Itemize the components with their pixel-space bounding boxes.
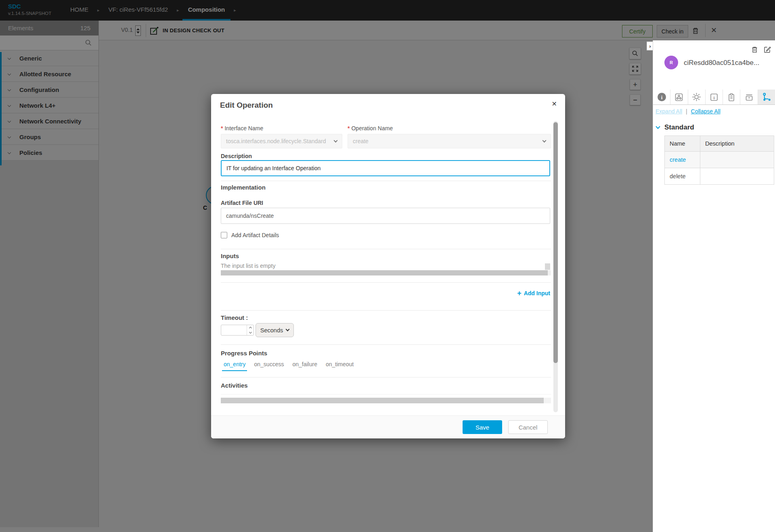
- label-text: Operation Name: [351, 125, 393, 131]
- panel-tabs: i i: [653, 90, 775, 105]
- table-row[interactable]: create: [665, 152, 774, 168]
- column-header-description: Description: [700, 136, 774, 152]
- stepper-up-icon[interactable]: [247, 325, 253, 330]
- chevron-down-icon: [286, 328, 290, 332]
- table-row[interactable]: delete: [665, 168, 774, 185]
- edit-operation-modal: Edit Operation ✕ *Interface Name *Operat…: [211, 94, 565, 438]
- divider: [221, 310, 551, 311]
- expand-all-link[interactable]: Expand All: [656, 108, 682, 115]
- operations-hierarchy-icon: [762, 92, 772, 102]
- divider: [221, 181, 551, 181]
- artifact-uri-label: Artifact File URI: [221, 200, 263, 206]
- table-header-row: Name Description: [665, 136, 774, 152]
- activities-hscrollbar[interactable]: [221, 398, 551, 403]
- divider: [221, 344, 551, 345]
- description-value: IT for updating an Interface Operation: [226, 165, 320, 171]
- stepper-down-icon[interactable]: [247, 330, 253, 336]
- tab-general-info[interactable]: i: [653, 90, 670, 104]
- modal-scrollbar[interactable]: [553, 121, 558, 412]
- divider: [221, 394, 551, 394]
- operation-description-cell: [700, 152, 774, 168]
- gear-icon: [691, 92, 702, 102]
- info-circle-icon: i: [657, 92, 667, 102]
- implementation-title: Implementation: [221, 184, 266, 191]
- operation-description-cell: [700, 168, 774, 185]
- timeout-label: Timeout :: [221, 314, 248, 321]
- close-icon[interactable]: ✕: [552, 100, 557, 108]
- divider: [221, 377, 551, 378]
- operation-name-cell[interactable]: delete: [665, 168, 700, 185]
- modal-footer: Save Cancel: [211, 415, 565, 438]
- tab-composition[interactable]: [670, 90, 688, 104]
- chevron-down-icon: [542, 138, 547, 142]
- checkbox-unchecked-icon[interactable]: [221, 232, 227, 238]
- panel-collapse-button[interactable]: ›: [647, 42, 653, 50]
- chevron-down-icon: [656, 124, 660, 129]
- operations-table: Name Description create delete: [664, 136, 774, 185]
- timeout-unit-select[interactable]: Seconds: [256, 323, 294, 337]
- save-button[interactable]: Save: [463, 420, 502, 434]
- composition-icon: [674, 92, 684, 102]
- inputs-title: Inputs: [221, 252, 239, 259]
- tab-information-artifacts[interactable]: i: [706, 90, 723, 104]
- inputs-hscrollbar-thumb[interactable]: [221, 270, 548, 275]
- inputs-hscrollbar[interactable]: [221, 270, 551, 275]
- chevron-down-icon: [334, 138, 338, 142]
- activities-hscrollbar-thumb[interactable]: [221, 398, 544, 403]
- add-artifact-details-checkbox-row[interactable]: Add Artifact Details: [221, 232, 279, 238]
- archive-icon: [744, 92, 754, 102]
- required-mark: *: [348, 125, 350, 131]
- description-label: Description: [221, 153, 252, 159]
- svg-text:i: i: [713, 95, 714, 100]
- info-square-icon: i: [709, 92, 719, 102]
- standard-section-header[interactable]: Standard: [656, 123, 694, 131]
- inputs-empty-message: The input list is empty: [221, 263, 275, 269]
- sdc-workspace: SDC v.1.14.5-SNAPSHOT HOME ▸ VF: ciRes-V…: [0, 0, 775, 532]
- tab-properties[interactable]: [688, 90, 706, 104]
- select-value: create: [353, 138, 369, 144]
- operation-name-label: *Operation Name: [348, 125, 393, 131]
- section-title: Standard: [664, 123, 694, 131]
- tab-on-entry[interactable]: on_entry: [222, 361, 247, 371]
- tab-deployment-artifacts[interactable]: [723, 90, 740, 104]
- activities-title: Activities: [221, 382, 248, 389]
- component-title: ciResdd80ac051ca4be...: [684, 59, 759, 67]
- select-value: tosca.interfaces.node.lifecycle.Standard: [226, 138, 326, 144]
- avatar: R: [664, 56, 678, 69]
- artifact-uri-value: camunda/nsCreate: [226, 213, 274, 219]
- modal-scrollbar-thumb[interactable]: [553, 122, 558, 363]
- progress-points-title: Progress Points: [221, 350, 267, 357]
- required-mark: *: [221, 125, 223, 131]
- clipboard-icon: [727, 92, 736, 102]
- divider: [221, 249, 551, 249]
- tab-on-timeout[interactable]: on_timeout: [324, 361, 355, 371]
- description-textarea[interactable]: IT for updating an Interface Operation: [221, 160, 550, 176]
- delete-icon[interactable]: [751, 46, 758, 55]
- tab-on-failure[interactable]: on_failure: [291, 361, 319, 371]
- cancel-button[interactable]: Cancel: [508, 420, 548, 434]
- edit-icon[interactable]: [764, 46, 771, 55]
- tab-operations[interactable]: [758, 90, 775, 104]
- timeout-number-input[interactable]: [221, 325, 254, 336]
- timeout-stepper: [247, 325, 253, 335]
- progress-points-tabs: on_entry on_success on_failure on_timeou…: [222, 361, 355, 371]
- tab-on-success[interactable]: on_success: [252, 361, 285, 371]
- divider: [221, 282, 551, 283]
- operation-name-cell[interactable]: create: [665, 152, 700, 168]
- link-separator: |: [686, 108, 687, 115]
- inputs-vscroll-stub: [545, 263, 550, 270]
- add-input-button[interactable]: + Add Input: [517, 290, 550, 297]
- detail-panel: R ciResdd80ac051ca4be... i i: [653, 40, 775, 532]
- operation-name-select[interactable]: create: [348, 134, 551, 148]
- artifact-uri-input[interactable]: camunda/nsCreate: [221, 208, 550, 224]
- collapse-all-link[interactable]: Collapse All: [691, 108, 721, 115]
- tree-controls: Expand All | Collapse All: [656, 108, 721, 115]
- modal-content: *Interface Name *Operation Name tosca.in…: [221, 94, 551, 415]
- tab-tosca-artifacts[interactable]: [740, 90, 758, 104]
- checkbox-label: Add Artifact Details: [231, 232, 279, 238]
- panel-actions: [751, 46, 771, 55]
- timeout-unit-value: Seconds: [260, 327, 283, 334]
- svg-text:i: i: [661, 94, 662, 100]
- chevron-right-icon: ›: [649, 43, 651, 49]
- interface-name-select[interactable]: tosca.interfaces.node.lifecycle.Standard: [221, 134, 342, 148]
